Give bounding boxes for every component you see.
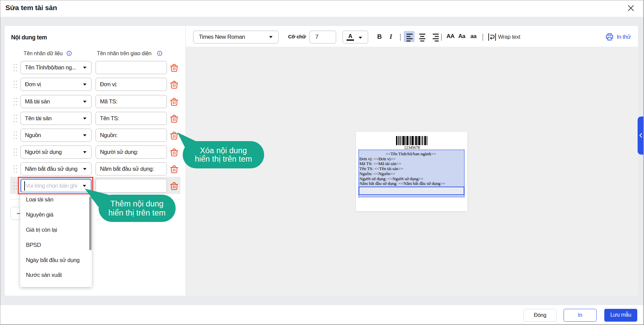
svg-text:Xóa nội dung: Xóa nội dung (200, 146, 247, 155)
svg-text:hiển thị trên tem: hiển thị trên tem (108, 208, 166, 217)
svg-text:hiển thị trên tem: hiển thị trên tem (195, 155, 252, 163)
svg-text:Thêm nội dung: Thêm nội dung (110, 199, 164, 208)
